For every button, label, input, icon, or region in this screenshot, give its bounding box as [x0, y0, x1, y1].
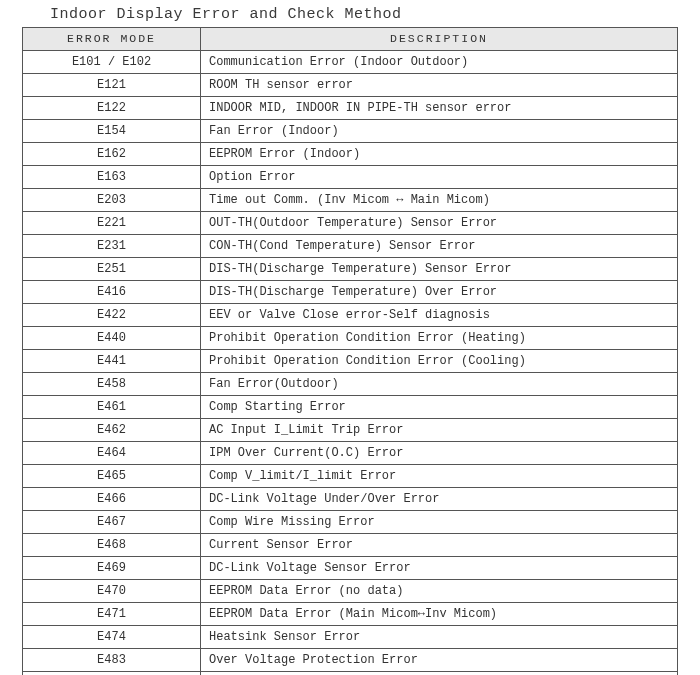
- table-row: E484PFC Over Load Error: [23, 672, 678, 676]
- table-row: E474Heatsink Sensor Error: [23, 626, 678, 649]
- table-header-row: ERROR MODE DESCRIPTION: [23, 28, 678, 51]
- error-code-cell: E416: [23, 281, 201, 304]
- error-code-cell: E122: [23, 97, 201, 120]
- error-code-cell: E474: [23, 626, 201, 649]
- error-description-cell: PFC Over Load Error: [201, 672, 678, 676]
- error-code-cell: E464: [23, 442, 201, 465]
- table-row: E469DC-Link Voltage Sensor Error: [23, 557, 678, 580]
- error-code-cell: E440: [23, 327, 201, 350]
- table-row: E440Prohibit Operation Condition Error (…: [23, 327, 678, 350]
- table-row: E462AC Input I_Limit Trip Error: [23, 419, 678, 442]
- error-description-cell: AC Input I_Limit Trip Error: [201, 419, 678, 442]
- error-code-cell: E483: [23, 649, 201, 672]
- error-description-cell: Option Error: [201, 166, 678, 189]
- table-row: E468Current Sensor Error: [23, 534, 678, 557]
- table-row: E467Comp Wire Missing Error: [23, 511, 678, 534]
- error-code-cell: E466: [23, 488, 201, 511]
- error-description-cell: Fan Error(Outdoor): [201, 373, 678, 396]
- error-description-cell: IPM Over Current(O.C) Error: [201, 442, 678, 465]
- error-code-cell: E471: [23, 603, 201, 626]
- table-row: E470EEPROM Data Error (no data): [23, 580, 678, 603]
- error-code-cell: E468: [23, 534, 201, 557]
- error-code-cell: E231: [23, 235, 201, 258]
- error-description-cell: OUT-TH(Outdoor Temperature) Sensor Error: [201, 212, 678, 235]
- table-row: E466DC-Link Voltage Under/Over Error: [23, 488, 678, 511]
- error-description-cell: Comp Starting Error: [201, 396, 678, 419]
- error-description-cell: Fan Error (Indoor): [201, 120, 678, 143]
- error-code-cell: E465: [23, 465, 201, 488]
- error-description-cell: DC-Link Voltage Sensor Error: [201, 557, 678, 580]
- error-description-cell: EEPROM Data Error (no data): [201, 580, 678, 603]
- error-code-cell: E101 / E102: [23, 51, 201, 74]
- error-code-cell: E221: [23, 212, 201, 235]
- error-description-cell: ROOM TH sensor error: [201, 74, 678, 97]
- table-row: E441Prohibit Operation Condition Error (…: [23, 350, 678, 373]
- error-code-table: ERROR MODE DESCRIPTION E101 / E102Commun…: [22, 27, 678, 675]
- error-code-cell: E251: [23, 258, 201, 281]
- error-code-cell: E162: [23, 143, 201, 166]
- table-row: E101 / E102Communication Error (Indoor O…: [23, 51, 678, 74]
- error-code-cell: E461: [23, 396, 201, 419]
- error-description-cell: DIS-TH(Discharge Temperature) Over Error: [201, 281, 678, 304]
- error-code-cell: E121: [23, 74, 201, 97]
- header-description: DESCRIPTION: [201, 28, 678, 51]
- table-row: E231CON-TH(Cond Temperature) Sensor Erro…: [23, 235, 678, 258]
- error-code-cell: E154: [23, 120, 201, 143]
- error-description-cell: Communication Error (Indoor Outdoor): [201, 51, 678, 74]
- table-row: E122INDOOR MID, INDOOR IN PIPE-TH sensor…: [23, 97, 678, 120]
- table-row: E221OUT-TH(Outdoor Temperature) Sensor E…: [23, 212, 678, 235]
- table-row: E461Comp Starting Error: [23, 396, 678, 419]
- error-description-cell: DC-Link Voltage Under/Over Error: [201, 488, 678, 511]
- table-body: E101 / E102Communication Error (Indoor O…: [23, 51, 678, 676]
- error-description-cell: Prohibit Operation Condition Error (Heat…: [201, 327, 678, 350]
- error-code-cell: E462: [23, 419, 201, 442]
- error-description-cell: INDOOR MID, INDOOR IN PIPE-TH sensor err…: [201, 97, 678, 120]
- page-title: Indoor Display Error and Check Method: [22, 6, 678, 27]
- error-description-cell: Over Voltage Protection Error: [201, 649, 678, 672]
- table-row: E163Option Error: [23, 166, 678, 189]
- error-description-cell: Comp V_limit/I_limit Error: [201, 465, 678, 488]
- table-row: E422EEV or Valve Close error-Self diagno…: [23, 304, 678, 327]
- table-row: E251DIS-TH(Discharge Temperature) Sensor…: [23, 258, 678, 281]
- table-row: E203Time out Comm. (Inv Micom ↔ Main Mic…: [23, 189, 678, 212]
- table-row: E162EEPROM Error (Indoor): [23, 143, 678, 166]
- error-description-cell: Time out Comm. (Inv Micom ↔ Main Micom): [201, 189, 678, 212]
- error-description-cell: EEV or Valve Close error-Self diagnosis: [201, 304, 678, 327]
- error-code-cell: E467: [23, 511, 201, 534]
- error-description-cell: Comp Wire Missing Error: [201, 511, 678, 534]
- error-description-cell: Prohibit Operation Condition Error (Cool…: [201, 350, 678, 373]
- error-description-cell: EEPROM Data Error (Main Micom↔Inv Micom): [201, 603, 678, 626]
- table-row: E458 Fan Error(Outdoor): [23, 373, 678, 396]
- error-code-cell: E484: [23, 672, 201, 676]
- error-code-cell: E469: [23, 557, 201, 580]
- error-description-cell: EEPROM Error (Indoor): [201, 143, 678, 166]
- error-code-cell: E422: [23, 304, 201, 327]
- header-error-mode: ERROR MODE: [23, 28, 201, 51]
- document-page: Indoor Display Error and Check Method ER…: [0, 0, 700, 675]
- table-row: E154Fan Error (Indoor): [23, 120, 678, 143]
- table-header: ERROR MODE DESCRIPTION: [23, 28, 678, 51]
- error-code-cell: E163: [23, 166, 201, 189]
- table-row: E465Comp V_limit/I_limit Error: [23, 465, 678, 488]
- error-description-cell: Heatsink Sensor Error: [201, 626, 678, 649]
- error-code-cell: E203: [23, 189, 201, 212]
- table-row: E483Over Voltage Protection Error: [23, 649, 678, 672]
- error-description-cell: DIS-TH(Discharge Temperature) Sensor Err…: [201, 258, 678, 281]
- error-code-cell: E458: [23, 373, 201, 396]
- error-description-cell: CON-TH(Cond Temperature) Sensor Error: [201, 235, 678, 258]
- table-row: E121ROOM TH sensor error: [23, 74, 678, 97]
- table-row: E416DIS-TH(Discharge Temperature) Over E…: [23, 281, 678, 304]
- table-row: E471EEPROM Data Error (Main Micom↔Inv Mi…: [23, 603, 678, 626]
- error-description-cell: Current Sensor Error: [201, 534, 678, 557]
- error-code-cell: E441: [23, 350, 201, 373]
- error-code-cell: E470: [23, 580, 201, 603]
- table-row: E464IPM Over Current(O.C) Error: [23, 442, 678, 465]
